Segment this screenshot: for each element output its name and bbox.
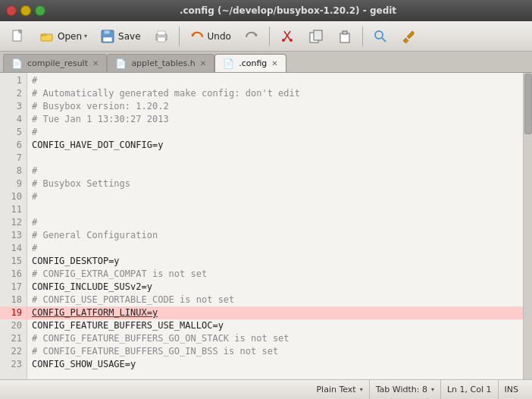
code-line-1: # [27, 74, 523, 87]
code-line-2: # Automatically generated make config: d… [27, 87, 523, 100]
statusbar: Plain Text ▾ Tab Width: 8 ▾ Ln 1, Col 1 … [0, 379, 532, 399]
svg-rect-17 [314, 30, 322, 40]
code-line-9: # Busybox Settings [27, 178, 523, 190]
code-line-23: CONFIG_SHOW_USAGE=y [27, 358, 523, 371]
svg-rect-22 [403, 37, 408, 42]
code-line-11 [27, 203, 523, 216]
tab-config[interactable]: 📄 .config ✕ [214, 54, 286, 72]
code-line-4: # Tue Jan 1 13:30:27 2013 [27, 113, 523, 126]
separator-3 [362, 27, 363, 46]
line-numbers: 1234567891011121314151617181920212223 [0, 73, 27, 379]
tab-applet-tables-close[interactable]: ✕ [200, 60, 206, 68]
line-number-4: 4 [0, 113, 27, 126]
tab-compile-result[interactable]: 📄 compile_result ✕ [3, 54, 107, 72]
undo-button[interactable]: Undo [183, 25, 236, 48]
line-number-1: 1 [0, 74, 27, 87]
svg-rect-9 [158, 31, 165, 35]
paste-icon [336, 28, 353, 45]
open-button[interactable]: Open ▾ [33, 25, 92, 48]
separator-2 [269, 27, 270, 46]
print-button[interactable] [148, 25, 175, 48]
line-number-22: 22 [0, 345, 27, 358]
line-number-23: 23 [0, 358, 27, 371]
svg-rect-8 [158, 37, 165, 42]
copy-button[interactable] [302, 25, 330, 48]
redo-button[interactable] [238, 25, 265, 48]
code-line-3: # Busybox version: 1.20.2 [27, 100, 523, 113]
open-label: Open [58, 31, 82, 42]
line-number-16: 16 [0, 268, 27, 281]
new-button[interactable] [5, 25, 32, 48]
line-number-20: 20 [0, 319, 27, 332]
line-number-2: 2 [0, 87, 27, 100]
code-line-21: # CONFIG_FEATURE_BUFFERS_GO_ON_STACK is … [27, 332, 523, 345]
tools-button[interactable] [396, 25, 423, 48]
code-line-14: # [27, 242, 523, 255]
file-type-label: Plain Text [316, 385, 355, 394]
save-button[interactable]: Save [94, 25, 146, 48]
svg-rect-6 [103, 37, 112, 42]
search-icon [372, 28, 389, 45]
tab-file-icon-2: 📄 [115, 58, 127, 69]
scrollbar-thumb[interactable] [524, 74, 532, 134]
close-button[interactable] [6, 5, 17, 16]
minimize-button[interactable] [20, 5, 31, 16]
vertical-scrollbar[interactable] [523, 73, 532, 379]
line-number-5: 5 [0, 126, 27, 139]
window-controls [6, 5, 45, 16]
editor-content[interactable]: ## Automatically generated make config: … [27, 73, 523, 379]
cursor-position-item: Ln 1, Col 1 [441, 380, 499, 399]
editor-container: 1234567891011121314151617181920212223 ##… [0, 73, 532, 379]
print-icon [153, 28, 170, 45]
svg-rect-19 [343, 31, 347, 34]
line-number-17: 17 [0, 281, 27, 294]
tab-compile-result-label: compile_result [27, 58, 88, 68]
code-line-10: # [27, 190, 523, 203]
line-number-19: 19 [0, 306, 27, 319]
line-number-12: 12 [0, 216, 27, 229]
separator-1 [179, 27, 180, 46]
tab-config-label: .config [239, 58, 267, 68]
line-number-3: 3 [0, 100, 27, 113]
line-number-7: 7 [0, 152, 27, 165]
tab-config-close[interactable]: ✕ [271, 60, 277, 68]
copy-icon [308, 28, 324, 45]
cursor-position-label: Ln 1, Col 1 [447, 385, 492, 394]
svg-rect-18 [340, 33, 349, 42]
line-number-6: 6 [0, 139, 27, 152]
code-line-6: CONFIG_HAVE_DOT_CONFIG=y [27, 139, 523, 152]
line-number-11: 11 [0, 203, 27, 216]
cut-icon [279, 28, 296, 45]
tab-width-item[interactable]: Tab Width: 8 ▾ [370, 380, 441, 399]
maximize-button[interactable] [35, 5, 45, 16]
svg-line-21 [382, 38, 386, 42]
svg-point-20 [375, 31, 383, 39]
save-label: Save [118, 31, 140, 42]
line-number-18: 18 [0, 294, 27, 306]
svg-rect-5 [104, 30, 110, 34]
tab-compile-result-close[interactable]: ✕ [92, 60, 99, 68]
line-number-9: 9 [0, 178, 27, 190]
code-line-5: # [27, 126, 523, 139]
ins-item: INS [499, 380, 524, 399]
tools-icon [401, 28, 418, 45]
svg-point-14 [282, 39, 285, 42]
code-line-12: # [27, 216, 523, 229]
code-line-20: CONFIG_FEATURE_BUFFERS_USE_MALLOC=y [27, 319, 523, 332]
code-line-16: # CONFIG_EXTRA_COMPAT is not set [27, 268, 523, 281]
code-line-15: CONFIG_DESKTOP=y [27, 255, 523, 268]
line-number-13: 13 [0, 229, 27, 242]
tab-applet-tables[interactable]: 📄 applet_tables.h ✕ [107, 54, 214, 72]
code-line-22: # CONFIG_FEATURE_BUFFERS_GO_IN_BSS is no… [27, 345, 523, 358]
window-title: .config (~/develop/busybox-1.20.2) - ged… [50, 5, 526, 16]
redo-icon [243, 28, 260, 45]
cut-button[interactable] [274, 25, 301, 48]
tab-width-label: Tab Width: 8 [376, 385, 427, 394]
tab-file-icon: 📄 [11, 58, 23, 69]
paste-button[interactable] [331, 25, 358, 48]
find-button[interactable] [367, 25, 394, 48]
titlebar: .config (~/develop/busybox-1.20.2) - ged… [0, 0, 532, 21]
code-line-18: # CONFIG_USE_PORTABLE_CODE is not set [27, 294, 523, 306]
code-line-19: CONFIG_PLATFORM_LINUX=y [27, 306, 523, 319]
file-type-item[interactable]: Plain Text ▾ [310, 380, 369, 399]
